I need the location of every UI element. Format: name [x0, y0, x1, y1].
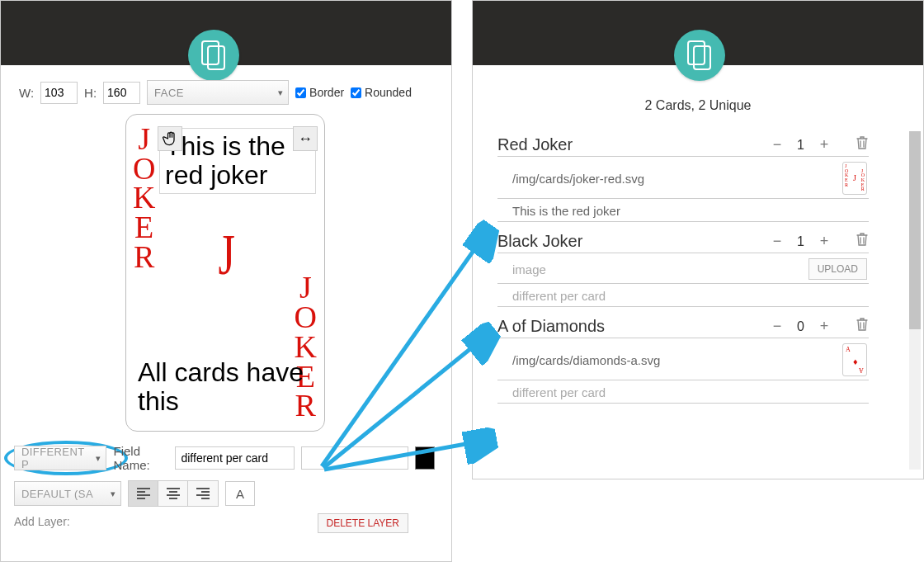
- card-qty: 1: [797, 138, 804, 153]
- align-center-button[interactable]: [158, 481, 188, 506]
- card-entry: Black Joker−1+imageUPLOADdifferent per c…: [473, 225, 907, 310]
- align-center-icon: [167, 488, 180, 499]
- align-left-button[interactable]: [129, 481, 158, 506]
- card-text-row[interactable]: This is the red joker: [497, 199, 869, 222]
- card-image-row[interactable]: /img/cards/joker-red.svgJOKERJOKERJ: [497, 157, 869, 199]
- card-list: Red Joker−1+/img/cards/joker-red.svgJOKE…: [473, 129, 907, 407]
- fieldname-input[interactable]: [175, 446, 295, 470]
- border-checkbox[interactable]: Border: [295, 86, 344, 99]
- cards-icon: [687, 40, 712, 70]
- card-entry: A of Diamonds−0+/img/cards/diamonds-a.sv…: [473, 310, 907, 407]
- text-handles: ↔: [159, 126, 316, 184]
- card-title: A of Diamonds: [497, 317, 771, 336]
- move-handle[interactable]: [158, 126, 182, 151]
- height-input[interactable]: [103, 82, 140, 104]
- svg-rect-1: [208, 46, 224, 69]
- trash-icon[interactable]: [856, 318, 869, 335]
- card-image-row[interactable]: /img/cards/diamonds-a.svgA♦A: [497, 338, 869, 380]
- plus-icon[interactable]: +: [818, 136, 831, 153]
- height-label: H:: [84, 86, 97, 100]
- cards-icon: [201, 40, 226, 70]
- right-panel: 2 Cards, 2 Unique Red Joker−1+/img/cards…: [472, 0, 924, 479]
- card-qty: 1: [797, 234, 804, 249]
- card-thumbnail: JOKERJOKERJ: [842, 162, 867, 195]
- font-select[interactable]: DEFAULT (SA: [14, 481, 121, 506]
- card-entry: Red Joker−1+/img/cards/joker-red.svgJOKE…: [473, 129, 907, 225]
- caps-button[interactable]: A: [225, 481, 255, 506]
- card-thumbnail: A♦A: [842, 343, 867, 376]
- delete-layer-button[interactable]: DELETE LAYER: [318, 513, 408, 533]
- trash-icon[interactable]: [856, 136, 869, 153]
- card-text-row[interactable]: different per card: [497, 284, 869, 307]
- align-right-icon: [196, 488, 210, 499]
- card-editor-fab[interactable]: [188, 30, 239, 81]
- card-center-j: J: [218, 222, 234, 288]
- width-label: W:: [19, 86, 34, 100]
- svg-rect-2: [688, 41, 705, 64]
- rounded-checkbox[interactable]: Rounded: [351, 86, 412, 99]
- width-input[interactable]: [40, 82, 78, 104]
- card-list-fab[interactable]: [674, 30, 725, 81]
- side-select[interactable]: FACE: [147, 80, 289, 105]
- preview-footer-text: All cards have this: [138, 358, 324, 416]
- color-swatch[interactable]: [415, 446, 435, 470]
- minus-icon[interactable]: −: [771, 233, 784, 250]
- scroll-thumb[interactable]: [909, 131, 921, 329]
- svg-rect-3: [694, 46, 710, 69]
- joker-label-top: JOKER: [133, 125, 156, 272]
- upload-button[interactable]: UPLOAD: [808, 258, 867, 280]
- card-image-row[interactable]: imageUPLOAD: [497, 253, 869, 284]
- hand-icon: [162, 130, 178, 147]
- align-right-button[interactable]: [188, 481, 218, 506]
- minus-icon[interactable]: −: [771, 136, 784, 153]
- fieldname-label: Field Name:: [113, 444, 168, 472]
- align-group: [128, 480, 219, 507]
- scope-select[interactable]: DIFFERENT P: [14, 446, 106, 470]
- svg-rect-0: [202, 41, 219, 64]
- card-title: Red Joker: [497, 135, 771, 154]
- lower-controls: DIFFERENT P Field Name: DEFAULT (SA A Ad…: [14, 444, 435, 528]
- card-text-row[interactable]: different per card: [497, 380, 869, 404]
- left-panel: W: H: FACE Border Rounded JOKER JOKER J …: [0, 0, 452, 562]
- card-preview[interactable]: JOKER JOKER J This is the red joker ↔ Al…: [125, 114, 325, 432]
- resize-handle-icon[interactable]: ↔: [293, 126, 318, 151]
- minus-icon[interactable]: −: [771, 318, 784, 335]
- scrollbar[interactable]: [909, 131, 921, 470]
- plus-icon[interactable]: +: [818, 233, 831, 250]
- trash-icon[interactable]: [856, 233, 869, 250]
- plus-icon[interactable]: +: [818, 318, 831, 335]
- card-title: Black Joker: [497, 232, 771, 251]
- align-left-icon: [137, 488, 150, 499]
- text-value-input[interactable]: [301, 446, 408, 470]
- card-qty: 0: [797, 319, 804, 334]
